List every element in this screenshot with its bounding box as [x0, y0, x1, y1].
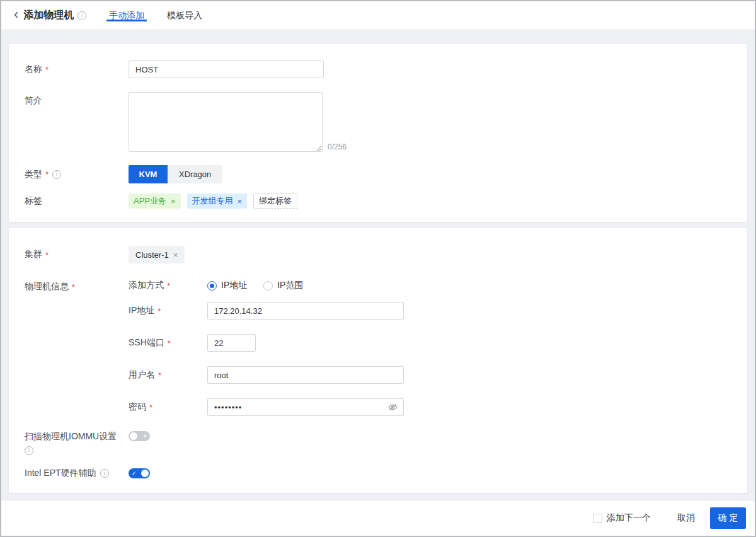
toggle-knob [130, 432, 137, 440]
toggle-knob [141, 470, 149, 477]
iommu-toggle[interactable]: × [129, 431, 150, 441]
username-input[interactable] [207, 366, 404, 384]
radio-ip-address[interactable]: IP地址 [207, 280, 247, 291]
type-label: 类型 * i [25, 169, 129, 180]
add-next-checkbox[interactable] [593, 514, 602, 523]
confirm-button[interactable]: 确 定 [710, 507, 746, 529]
radio-ip-range[interactable]: IP范围 [263, 280, 303, 291]
ip-label: IP地址 * [129, 305, 207, 316]
host-info-card: 集群 * Cluster-1 × 物理机信息 * 添加方式 [9, 228, 747, 493]
add-method-radio-group: IP地址 IP范围 [207, 280, 319, 291]
password-row: 密码 * [129, 398, 404, 416]
char-counter: 0/256 [328, 143, 346, 152]
radio-icon [263, 281, 273, 291]
ept-toggle[interactable]: ✓ [129, 468, 150, 478]
tag-remove-icon[interactable]: × [171, 197, 176, 205]
add-method-row: 添加方式 * IP地址 IP范围 [129, 280, 404, 291]
required-mark: * [45, 65, 49, 74]
required-mark: * [72, 282, 75, 292]
tab-manual-add[interactable]: 手动添加 [106, 10, 147, 21]
top-bar: ‹ 添加物理机 i 手动添加 模板导入 [1, 1, 755, 30]
basic-info-card: 名称 * 简介 0/256 类型 * i [9, 44, 747, 222]
required-mark: * [158, 306, 161, 316]
password-visibility-toggle[interactable] [387, 402, 398, 413]
type-segmented-control: KVM XDragon [129, 165, 222, 183]
ip-input[interactable] [207, 302, 404, 320]
required-mark: * [45, 250, 49, 260]
username-label: 用户名 * [129, 369, 207, 381]
toggle-check-icon: ✓ [132, 468, 137, 478]
name-label: 名称 * [25, 64, 129, 75]
password-label: 密码 * [129, 401, 207, 413]
ssh-port-input[interactable] [207, 334, 256, 352]
name-row: 名称 * [25, 61, 731, 78]
cluster-row: 集群 * Cluster-1 × [25, 246, 731, 263]
page-title: 添加物理机 [23, 9, 74, 22]
cluster-remove-icon[interactable]: × [173, 251, 178, 259]
title-info-icon[interactable]: i [77, 11, 86, 20]
tags-label: 标签 [25, 195, 129, 207]
toggle-x-icon: × [144, 431, 147, 441]
iommu-info-icon[interactable]: i [25, 446, 33, 455]
tag-devgroup: 开发组专用 × [187, 193, 248, 209]
radio-icon [207, 281, 217, 291]
required-mark: * [158, 371, 161, 380]
bind-tag-button[interactable]: 绑定标签 [253, 193, 297, 209]
host-info-fields: 添加方式 * IP地址 IP范围 [129, 280, 404, 416]
intro-textarea[interactable] [129, 92, 323, 152]
tag-app: APP业务 × [129, 193, 181, 209]
iommu-row: 扫描物理机IOMMU设置 i × [25, 431, 731, 455]
iommu-label: 扫描物理机IOMMU设置 i [25, 431, 129, 455]
type-row: 类型 * i KVM XDragon [25, 165, 731, 183]
add-next-label: 添加下一个 [607, 512, 651, 524]
password-input[interactable] [207, 398, 404, 416]
ept-row: Intel EPT硬件辅助 i ✓ [25, 468, 731, 479]
back-button[interactable]: ‹ [14, 9, 23, 21]
type-info-icon[interactable]: i [52, 170, 61, 179]
required-mark: * [149, 403, 152, 412]
tag-remove-icon[interactable]: × [238, 197, 243, 205]
username-row: 用户名 * [129, 366, 404, 384]
type-option-kvm[interactable]: KVM [129, 165, 168, 183]
ip-row: IP地址 * [129, 302, 404, 320]
required-mark: * [168, 338, 171, 348]
add-next-checkbox-wrap[interactable]: 添加下一个 [593, 512, 651, 524]
eye-off-icon [387, 402, 398, 413]
host-info-label: 物理机信息 * [25, 280, 129, 292]
tab-bar: 手动添加 模板导入 [106, 10, 222, 21]
form-content: 名称 * 简介 0/256 类型 * i [1, 30, 755, 500]
back-chevron-icon: ‹ [14, 8, 18, 21]
add-method-label: 添加方式 * [129, 280, 207, 291]
add-host-page: ‹ 添加物理机 i 手动添加 模板导入 名称 * 简介 [0, 0, 756, 537]
required-mark: * [167, 281, 170, 291]
required-mark: * [45, 170, 49, 179]
cluster-label: 集群 * [25, 249, 129, 260]
ept-label: Intel EPT硬件辅助 i [25, 468, 129, 479]
cluster-tag: Cluster-1 × [129, 246, 185, 263]
intro-label: 简介 [25, 92, 129, 107]
type-option-xdragon[interactable]: XDragon [168, 165, 222, 183]
host-info-group: 物理机信息 * 添加方式 * IP地址 [25, 280, 731, 416]
intro-row: 简介 0/256 [25, 92, 731, 152]
ept-info-icon[interactable]: i [100, 469, 109, 478]
ssh-port-row: SSH端口 * [129, 334, 404, 352]
name-input[interactable] [129, 61, 324, 78]
cancel-button[interactable]: 取消 [677, 512, 695, 524]
tags-list: APP业务 × 开发组专用 × 绑定标签 [129, 193, 297, 209]
tab-template-import[interactable]: 模板导入 [164, 10, 205, 21]
ssh-port-label: SSH端口 * [129, 337, 207, 349]
tags-row: 标签 APP业务 × 开发组专用 × 绑定标签 [25, 193, 731, 209]
footer-bar: 添加下一个 取消 确 定 [1, 500, 755, 536]
